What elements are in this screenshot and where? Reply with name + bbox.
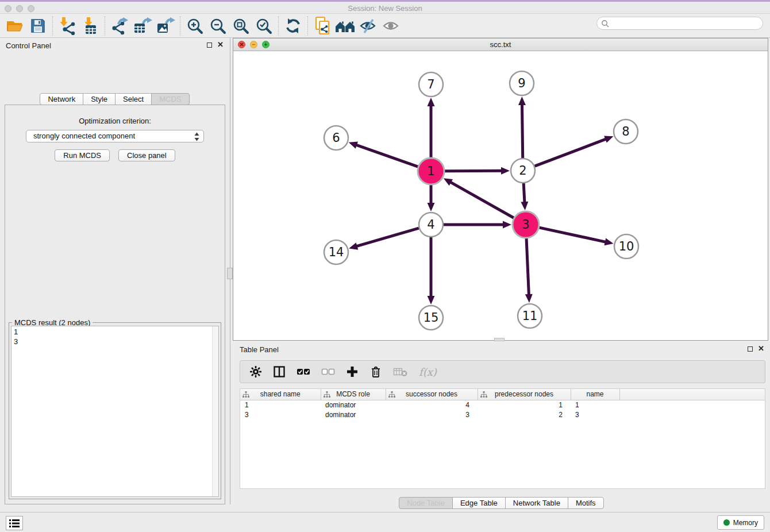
apply-layout-button[interactable] [282, 15, 305, 37]
table-settings-button[interactable] [249, 365, 262, 378]
edge-4-14[interactable] [356, 228, 419, 246]
global-search-box[interactable] [596, 17, 763, 30]
edge-2-8[interactable] [535, 138, 607, 166]
tab-network[interactable]: Network [40, 93, 83, 105]
tab-network-table[interactable]: Network Table [505, 497, 568, 509]
optimization-criterion-select[interactable]: strongly connected component [26, 130, 204, 142]
col-predecessor-nodes[interactable]: predecessor nodes [478, 389, 571, 400]
show-all-button[interactable] [380, 15, 403, 37]
edge-3-10[interactable] [539, 228, 606, 242]
tab-motifs[interactable]: Motifs [568, 497, 604, 509]
control-panel-title: Control Panel [6, 41, 51, 50]
float-table-panel-icon[interactable] [748, 346, 753, 352]
search-input[interactable] [611, 18, 763, 29]
hide-selected-button[interactable] [357, 15, 380, 37]
zoom-in-button[interactable] [183, 15, 206, 37]
table-cell[interactable]: 1 [571, 400, 619, 410]
run-mcds-button[interactable]: Run MCDS [55, 149, 110, 161]
table-cell[interactable]: 3 [386, 410, 478, 419]
task-history-button[interactable] [6, 516, 23, 530]
edge-3-1[interactable] [449, 182, 514, 218]
edge-arrowhead [428, 203, 435, 211]
toolbar-separator [180, 16, 180, 36]
toggle-column-panel-button[interactable] [273, 365, 286, 378]
network-window-titlebar[interactable]: ✕ − + scc.txt [233, 38, 768, 51]
table-cell[interactable]: 3 [240, 410, 321, 419]
hierarchy-icon [324, 391, 330, 398]
zoom-in-icon [186, 17, 203, 34]
col-mcds-role[interactable]: MCDS role [321, 389, 386, 400]
delete-column-button[interactable] [369, 365, 382, 378]
edge-1-2[interactable] [445, 171, 503, 171]
tab-style[interactable]: Style [83, 93, 116, 105]
maximize-network-icon[interactable]: + [262, 41, 270, 48]
edge-3-11[interactable] [526, 238, 529, 296]
edge-2-9[interactable] [522, 103, 522, 158]
delete-table-button[interactable] [393, 366, 408, 377]
close-network-icon[interactable]: ✕ [238, 41, 245, 48]
open-session-button[interactable] [3, 15, 26, 37]
save-session-button[interactable] [26, 15, 49, 37]
network-graph[interactable]: 7968124314101511 [233, 51, 768, 340]
close-table-panel-icon[interactable]: ✕ [758, 346, 764, 352]
table-cell[interactable]: dominator [321, 400, 386, 410]
apply-function-button[interactable]: f(x) [419, 366, 437, 378]
table-cell[interactable]: 2 [478, 410, 571, 419]
memory-status-icon [723, 519, 730, 526]
col-shared-name[interactable]: shared name [240, 389, 321, 400]
edge-1-6[interactable] [355, 145, 418, 167]
table-tabs: Node Table Edge Table Network Table Moti… [233, 497, 770, 509]
show-eye-icon [382, 17, 401, 34]
network-canvas[interactable]: 7968124314101511 [233, 51, 768, 340]
zoom-fit-button[interactable] [229, 15, 252, 37]
node-label-8: 8 [622, 125, 629, 138]
edge-2-3[interactable] [523, 183, 525, 203]
trash-icon [369, 365, 382, 378]
edge-arrowhead [349, 242, 358, 249]
col-successor-nodes[interactable]: successor nodes [386, 389, 478, 400]
table-row[interactable]: 3dominator323 [240, 410, 765, 419]
table-cell[interactable]: 3 [571, 410, 619, 419]
close-panel-button[interactable]: Close panel [118, 149, 175, 161]
edge-arrowhead [525, 294, 533, 303]
add-column-button[interactable] [346, 365, 359, 378]
import-network-button[interactable] [56, 15, 79, 37]
mcds-result-text: 1 3 [14, 327, 18, 346]
mcds-panel-body: Optimization criterion: strongly connect… [5, 105, 225, 504]
float-panel-icon[interactable] [207, 43, 212, 48]
export-network-button[interactable] [108, 15, 131, 37]
zoom-out-button[interactable] [206, 15, 229, 37]
import-table-button[interactable] [79, 15, 102, 37]
node-label-10: 10 [619, 240, 634, 253]
horizontal-splitter-handle[interactable] [494, 338, 505, 341]
tab-select[interactable]: Select [115, 93, 152, 105]
col-filler [619, 389, 765, 400]
table-cell[interactable]: 1 [240, 400, 321, 410]
table-cell[interactable]: 4 [386, 400, 478, 410]
table-row[interactable]: 1dominator411 [240, 400, 765, 410]
result-scrollbar[interactable] [212, 326, 218, 496]
tab-edge-table[interactable]: Edge Table [452, 497, 506, 509]
node-table[interactable]: shared name MCDS role successor nodes pr… [240, 388, 765, 489]
home-network-button[interactable] [334, 15, 357, 37]
tab-node-table[interactable]: Node Table [399, 497, 453, 509]
select-stepper-icon [194, 132, 199, 141]
mcds-result-textarea[interactable]: 1 3 [11, 326, 219, 497]
memory-button[interactable]: Memory [717, 515, 764, 530]
close-panel-icon[interactable]: ✕ [217, 42, 224, 48]
tab-mcds[interactable]: MCDS [151, 93, 189, 105]
minimize-network-icon[interactable]: − [250, 41, 257, 48]
clone-network-button[interactable] [311, 15, 334, 37]
export-image-button[interactable] [154, 15, 177, 37]
node-label-15: 15 [424, 311, 439, 325]
deselect-all-button[interactable] [321, 365, 335, 378]
node-label-14: 14 [329, 245, 344, 259]
zoom-selected-button[interactable] [252, 15, 275, 37]
table-cell[interactable]: 1 [478, 400, 571, 410]
table-cell[interactable]: dominator [321, 410, 386, 419]
export-table-button[interactable] [131, 15, 154, 37]
select-all-button[interactable] [297, 365, 310, 378]
vertical-splitter-handle[interactable] [227, 268, 233, 279]
col-name[interactable]: name [571, 389, 619, 400]
control-panel: Control Panel ✕ Network Style Select MCD… [0, 38, 229, 504]
